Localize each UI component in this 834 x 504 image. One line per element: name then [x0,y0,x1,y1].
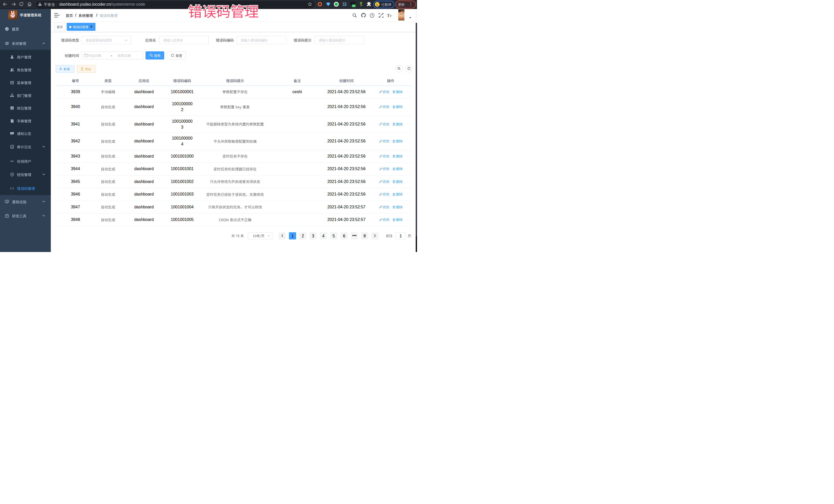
svg-text:T: T [390,14,392,18]
svg-text:?: ? [371,14,373,17]
